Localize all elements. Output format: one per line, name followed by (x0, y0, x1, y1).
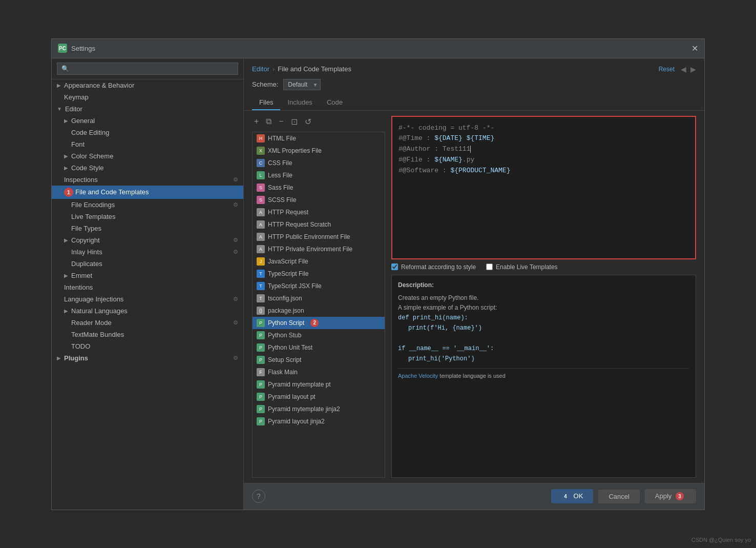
list-item[interactable]: {} package.json (253, 305, 385, 317)
sidebar-item-color-scheme[interactable]: ▶ Color Scheme (52, 150, 243, 162)
list-item[interactable]: T tsconfig.json (253, 292, 385, 305)
list-item-python-script[interactable]: P Python Script 2 (253, 317, 385, 329)
sidebar-label: File Types (71, 225, 101, 232)
sidebar-item-plugins[interactable]: ▶ Plugins ⚙ (52, 352, 243, 364)
remove-template-button[interactable]: − (277, 116, 285, 128)
reset-button[interactable]: Reset (657, 65, 677, 74)
code-line-3: #@Author : Test111 (398, 144, 689, 155)
watermark: CSDN @¿Quien soy yo (691, 537, 751, 543)
cancel-button[interactable]: Cancel (598, 490, 639, 503)
file-list[interactable]: H HTML File X XML Properties File C CSS … (252, 132, 385, 478)
list-item[interactable]: L Less File (253, 169, 385, 181)
list-item[interactable]: P Pyramid mytemplate jinja2 (253, 403, 385, 415)
copy-template-button[interactable]: ⧉ (264, 116, 274, 128)
search-input[interactable] (57, 63, 238, 75)
list-item[interactable]: C CSS File (253, 157, 385, 169)
list-item[interactable]: A HTTP Private Environment File (253, 243, 385, 255)
right-panel: #-*- codeing = utf-8 -*- #@Time : ${DATE… (391, 116, 696, 478)
apache-velocity-link[interactable]: Apache Velocity (398, 373, 438, 379)
list-item[interactable]: S SCSS File (253, 194, 385, 206)
file-icon: A (257, 208, 265, 216)
live-templates-checkbox[interactable] (486, 263, 493, 270)
duplicate-template-button[interactable]: ⊡ (289, 116, 300, 128)
tabs: Files Includes Code (252, 95, 696, 110)
add-template-button[interactable]: + (252, 116, 261, 128)
desc-code-line1: def print_hi(name): (398, 313, 689, 323)
sidebar-label: Code Editing (71, 129, 109, 136)
main-header: Editor › File and Code Templates Reset ◀… (244, 58, 704, 111)
list-item[interactable]: H HTML File (253, 132, 385, 145)
arrow-icon: ▼ (57, 106, 62, 112)
apply-badge: 3 (676, 492, 684, 500)
help-button[interactable]: ? (252, 490, 265, 503)
sidebar-item-duplicates[interactable]: Duplicates (52, 258, 243, 270)
tab-code[interactable]: Code (320, 95, 350, 110)
list-item[interactable]: P Pyramid mytemplate pt (253, 378, 385, 391)
revert-template-button[interactable]: ↺ (303, 116, 313, 128)
file-name: Pyramid layout jinja2 (268, 418, 325, 425)
breadcrumb-current: File and Code Templates (278, 65, 351, 73)
live-templates-checkbox-label[interactable]: Enable Live Templates (486, 263, 558, 271)
sidebar-item-code-style[interactable]: ▶ Code Style (52, 162, 243, 174)
sidebar-item-file-encodings[interactable]: File Encodings ⚙ (52, 199, 243, 211)
sidebar-item-live-templates[interactable]: Live Templates (52, 211, 243, 222)
sidebar-item-natural-languages[interactable]: ▶ Natural Languages (52, 305, 243, 317)
file-name: HTML File (268, 135, 296, 142)
sidebar-item-general[interactable]: ▶ General (52, 115, 243, 127)
sidebar-item-textmate[interactable]: TextMate Bundles (52, 329, 243, 340)
list-item[interactable]: A HTTP Request Scratch (253, 218, 385, 231)
sidebar-item-appearance[interactable]: ▶ Appearance & Behavior (52, 79, 243, 91)
tab-files[interactable]: Files (252, 95, 280, 110)
window-title: Settings (71, 45, 691, 52)
sidebar-item-file-types[interactable]: File Types (52, 222, 243, 234)
close-button[interactable]: ✕ (691, 44, 698, 53)
list-item[interactable]: J JavaScript File (253, 255, 385, 268)
sidebar-item-inspections[interactable]: Inspections ⚙ (52, 174, 243, 186)
sidebar-item-editor[interactable]: ▼ Editor (52, 103, 243, 115)
list-item[interactable]: S Sass File (253, 181, 385, 194)
sidebar-item-intentions[interactable]: Intentions (52, 281, 243, 293)
sidebar-item-language-injections[interactable]: Language Injections ⚙ (52, 293, 243, 305)
file-name: TypeScript JSX File (268, 282, 322, 290)
reformat-checkbox[interactable] (391, 263, 398, 270)
list-item[interactable]: P Setup Script (253, 354, 385, 366)
sidebar-item-font[interactable]: Font (52, 138, 243, 150)
list-item[interactable]: T TypeScript JSX File (253, 280, 385, 292)
scheme-select[interactable]: Default Project (283, 79, 321, 90)
ok-badge: 4 (561, 492, 570, 500)
breadcrumb-editor[interactable]: Editor (252, 65, 269, 73)
sidebar-item-code-editing[interactable]: Code Editing (52, 127, 243, 138)
file-name: Setup Script (268, 356, 301, 363)
code-line-4: #@File : ${NAME}.py (398, 155, 689, 166)
sidebar-item-todo[interactable]: TODO (52, 340, 243, 352)
sidebar-item-reader-mode[interactable]: Reader Mode ⚙ (52, 317, 243, 329)
forward-button[interactable]: ▶ (690, 65, 696, 73)
sidebar-item-copyright[interactable]: ▶ Copyright ⚙ (52, 234, 243, 246)
list-item[interactable]: X XML Properties File (253, 145, 385, 157)
sidebar-scroll[interactable]: ▶ Appearance & Behavior Keymap ▼ Editor … (52, 79, 243, 510)
list-item[interactable]: P Pyramid layout jinja2 (253, 415, 385, 428)
desc-code-line5: print_hi('Python') (398, 354, 689, 364)
list-item[interactable]: A HTTP Public Environment File (253, 231, 385, 243)
sidebar-item-file-code-templates[interactable]: 1 File and Code Templates (52, 186, 243, 199)
list-item[interactable]: P Python Unit Test (253, 341, 385, 354)
tab-includes[interactable]: Includes (280, 95, 319, 110)
list-item-python-stub[interactable]: P Python Stub (253, 329, 385, 341)
file-name: Python Stub (268, 332, 301, 339)
list-item[interactable]: T TypeScript File (253, 268, 385, 280)
list-item[interactable]: A HTTP Request (253, 206, 385, 218)
sidebar-item-emmet[interactable]: ▶ Emmet (52, 270, 243, 281)
back-button[interactable]: ◀ (681, 65, 686, 73)
description-footer: Apache Velocity template language is use… (398, 368, 689, 381)
description-text-line1: Creates an empty Python file. (398, 293, 689, 303)
file-name: HTTP Request (268, 209, 308, 216)
file-icon: S (257, 184, 265, 192)
reformat-checkbox-label[interactable]: Reformat according to style (391, 263, 476, 271)
list-item[interactable]: P Pyramid layout pt (253, 391, 385, 403)
sidebar-item-keymap[interactable]: Keymap (52, 91, 243, 103)
ok-button[interactable]: 4 OK (551, 489, 593, 504)
list-item[interactable]: F Flask Main (253, 366, 385, 378)
code-editor[interactable]: #-*- codeing = utf-8 -*- #@Time : ${DATE… (391, 116, 696, 259)
sidebar-item-inlay-hints[interactable]: Inlay Hints ⚙ (52, 246, 243, 258)
apply-button[interactable]: Apply 3 (645, 489, 696, 504)
